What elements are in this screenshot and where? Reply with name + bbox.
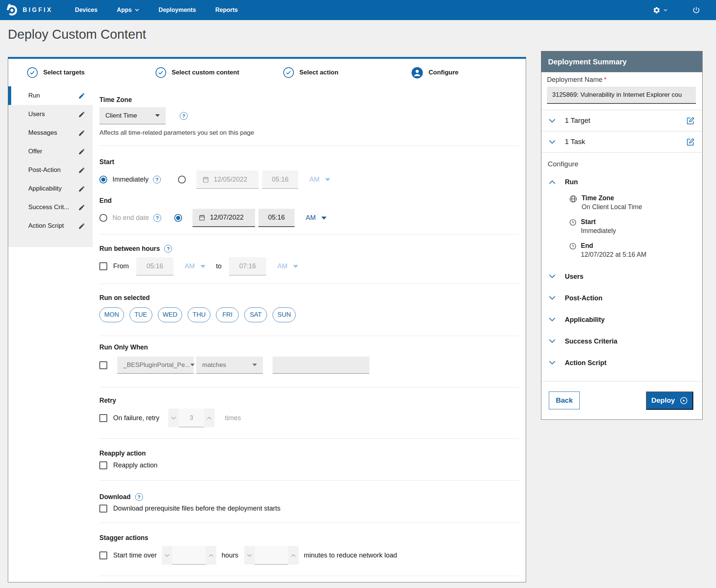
day-pill-fri[interactable]: FRI: [216, 307, 239, 322]
retry-label: Retry: [99, 397, 519, 405]
pencil-icon[interactable]: [78, 111, 85, 118]
tasks-summary-row[interactable]: 1 Task: [541, 131, 702, 153]
step-select-targets[interactable]: Select targets: [27, 59, 85, 86]
edit-targets-icon[interactable]: [686, 116, 695, 125]
sidebar-item-applicability[interactable]: Applicability: [8, 179, 93, 198]
start-meridiem-value: AM: [309, 176, 319, 183]
summary-post-action-accordion[interactable]: Post-Action: [541, 287, 702, 309]
time-zone-value: Client Time: [105, 112, 137, 119]
reapply-action-label: Reapply action: [99, 450, 519, 457]
help-icon[interactable]: [153, 214, 161, 222]
end-date-input[interactable]: 12/07/2022: [192, 209, 255, 227]
summary-users-accordion[interactable]: Users: [541, 266, 702, 287]
detail-title: Time Zone: [582, 194, 642, 202]
download-prerequisite-checkbox[interactable]: [99, 505, 107, 512]
dropdown-caret-icon: [155, 114, 160, 117]
nav-item-apps[interactable]: Apps: [117, 7, 139, 13]
end-time-input[interactable]: 05:16: [258, 209, 295, 227]
property-value: _BESPluginPortal_Pe...: [123, 361, 190, 369]
section-run-on-selected: Run on selected MON TUE WED THU FRI SAT …: [99, 284, 519, 336]
sidebar-filler: [8, 235, 93, 247]
edit-tasks-icon[interactable]: [686, 138, 695, 146]
no-end-date-radio[interactable]: [99, 214, 107, 222]
bigfix-logo[interactable]: BIGFIX: [5, 3, 52, 17]
day-pill-mon[interactable]: MON: [99, 307, 124, 322]
settings-menu-button[interactable]: [653, 6, 668, 14]
chevron-down-icon: [549, 338, 556, 345]
sidebar-item-success-criteria[interactable]: Success Crit...: [8, 198, 93, 217]
section-stagger-actions: Stagger actions Start time over hours: [99, 523, 519, 576]
stagger-actions-checkbox[interactable]: [99, 552, 107, 559]
stepper-increment-button: [288, 546, 299, 565]
pencil-icon[interactable]: [78, 185, 85, 192]
dropdown-caret-icon: [321, 217, 327, 220]
required-marker: *: [604, 76, 607, 83]
day-pill-wed[interactable]: WED: [158, 307, 182, 322]
pencil-icon[interactable]: [78, 204, 85, 211]
step-select-custom-content[interactable]: Select custom content: [155, 59, 239, 86]
reapply-action-checkbox[interactable]: [99, 461, 107, 469]
nav-item-deployments[interactable]: Deployments: [159, 7, 196, 13]
to-time-input: 07:16: [229, 257, 266, 275]
help-icon[interactable]: [164, 245, 172, 253]
step-select-action[interactable]: Select action: [283, 59, 338, 86]
stagger-minutes-value: [255, 546, 288, 565]
chevron-down-icon: [549, 316, 556, 323]
start-on-date-radio[interactable]: [178, 176, 186, 183]
section-start-end: Start Immediately 12/05/2022 05:16 AM: [99, 146, 519, 234]
help-icon[interactable]: [135, 493, 143, 501]
day-pill-sat[interactable]: SAT: [244, 307, 267, 322]
bigfix-logo-icon: [5, 3, 19, 17]
operator-value: matches: [202, 361, 226, 369]
day-pill-tue[interactable]: TUE: [130, 307, 152, 322]
retry-checkbox[interactable]: [99, 414, 107, 422]
end-meridiem-select[interactable]: AM: [306, 214, 327, 222]
sidebar-item-action-script[interactable]: Action Script: [8, 217, 93, 235]
targets-summary-row[interactable]: 1 Target: [541, 110, 702, 131]
pencil-icon[interactable]: [78, 92, 85, 99]
run-between-hours-checkbox[interactable]: [99, 262, 107, 270]
deployment-name-input[interactable]: 3125869: Vulnerability in Internet Explo…: [547, 87, 696, 104]
end-on-date-radio[interactable]: [174, 214, 182, 222]
deploy-button[interactable]: Deploy: [646, 392, 693, 410]
back-button[interactable]: Back: [549, 392, 580, 409]
chevron-down-icon[interactable]: [549, 140, 556, 144]
sidebar-item-offer[interactable]: Offer: [8, 142, 93, 161]
help-icon[interactable]: [180, 112, 188, 120]
to-time-value: 07:16: [239, 262, 256, 270]
time-zone-select[interactable]: Client Time: [99, 107, 166, 124]
sidebar-item-label: Run: [28, 92, 78, 99]
run-only-when-checkbox[interactable]: [99, 361, 107, 369]
pencil-icon[interactable]: [78, 167, 85, 174]
detail-value: 12/07/2022 at 5:16 AM: [581, 251, 646, 259]
sidebar-item-messages[interactable]: Messages: [8, 124, 93, 142]
pencil-icon[interactable]: [78, 223, 85, 230]
run-only-when-label-text: Run Only When: [99, 343, 148, 351]
day-pill-thu[interactable]: THU: [188, 307, 210, 322]
top-nav: BIGFIX Devices Apps Deployments Reports: [0, 0, 716, 20]
sidebar-item-label: Messages: [28, 129, 78, 137]
targets-count-label: 1 Target: [565, 116, 686, 125]
chevron-down-icon: [247, 554, 252, 557]
sidebar-item-run[interactable]: Run: [8, 86, 93, 105]
pencil-icon[interactable]: [78, 148, 85, 155]
chevron-down-icon[interactable]: [549, 119, 556, 123]
summary-applicability-accordion[interactable]: Applicability: [541, 309, 702, 330]
detail-value: On Client Local Time: [582, 203, 642, 211]
day-pill-sun[interactable]: SUN: [273, 307, 296, 322]
help-icon[interactable]: [153, 176, 161, 183]
summary-action-script-accordion[interactable]: Action Script: [541, 352, 702, 374]
sidebar-item-post-action[interactable]: Post-Action: [8, 161, 93, 179]
nav-item-reports[interactable]: Reports: [215, 7, 238, 13]
logout-power-button[interactable]: [692, 6, 700, 14]
start-immediately-radio[interactable]: [99, 176, 107, 183]
sidebar-item-users[interactable]: Users: [8, 105, 93, 124]
summary-success-criteria-accordion[interactable]: Success Criteria: [541, 330, 702, 352]
check-circle-icon: [155, 67, 166, 78]
summary-run-accordion[interactable]: Run: [541, 178, 702, 186]
step-configure[interactable]: Configure: [411, 59, 458, 86]
pencil-icon[interactable]: [78, 130, 85, 137]
nav-item-devices[interactable]: Devices: [75, 7, 98, 13]
retry-count-value: 3: [179, 409, 204, 427]
clock-icon: [569, 242, 577, 259]
